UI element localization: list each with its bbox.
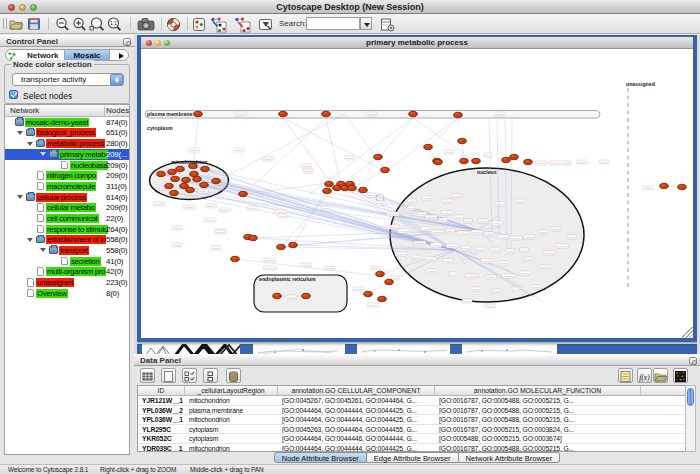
zoom-selected-icon[interactable] [89,17,105,32]
node-label-box [484,153,493,157]
scrollbar-thumb[interactable] [687,388,694,406]
network-window-close-button[interactable] [146,40,152,46]
zoom-in-icon[interactable] [72,17,87,32]
zoom-out-icon[interactable] [55,17,70,32]
help-lifering-icon[interactable] [166,17,181,32]
expand-arrow-icon[interactable] [27,238,33,242]
toolbar-drag-handle[interactable] [3,18,7,29]
create-network-icon[interactable] [210,17,227,33]
zoom-one-to-one-icon[interactable]: 1:1 [106,17,122,32]
tree-row[interactable]: multi-organism pro42(0) [5,267,129,278]
tree-row-count: 558(0) [106,235,127,244]
tree-row[interactable]: transport558(0) [5,245,129,256]
node-label-box [301,263,312,267]
window-minimize-button[interactable] [19,4,26,11]
table-cell[interactable]: mitochondrion [189,444,276,452]
control-panel-float-icon[interactable] [123,38,131,46]
node-highlight [375,155,379,157]
open-session-icon[interactable] [9,17,23,31]
node-label-box [462,299,472,303]
tree-row[interactable]: unassigned223(0) [5,277,129,288]
node-color-dropdown[interactable]: transporter activity [12,73,124,86]
annotation-icon[interactable] [258,17,273,32]
destroy-network-icon[interactable] [234,17,251,33]
expand-arrow-icon[interactable] [40,248,46,252]
expand-arrow-icon[interactable] [40,152,46,156]
tree-row[interactable]: cellular process614(0) [5,192,129,203]
tree-row[interactable]: primary metabo209(... [5,149,129,160]
tab-edge-attribute-browser[interactable]: Edge Attribute Browser [367,452,459,463]
attribute-table-scrollbar[interactable] [685,385,696,452]
tree-row[interactable]: cellular metabo209(0) [5,203,129,214]
tree-row[interactable]: Overview8(0) [5,288,129,299]
tree-row[interactable]: nucleobase-209(0) [5,160,129,171]
window-resize-grip[interactable] [682,327,693,338]
attribute-grid-icon[interactable] [140,368,155,383]
node-label-box [524,235,535,239]
tab-network-attribute-browser[interactable]: Network Attribute Browser [459,452,561,463]
select-nodes-checkbox[interactable] [9,90,18,99]
tree-row[interactable]: cell communicat22(0) [5,213,129,224]
formula-builder-icon[interactable]: f(x) [637,368,652,383]
node-label-box [444,150,454,154]
table-cell[interactable]: YDR039C__1 [142,444,183,452]
data-panel-float-icon[interactable] [689,357,697,365]
node-label-box [464,219,473,223]
tree-row[interactable]: establishment of lo558(0) [5,235,129,246]
window-zoom-button[interactable] [30,4,37,11]
network-window-zoom-button[interactable] [164,40,170,46]
delete-attribute-icon[interactable] [226,368,241,383]
tab-mosaic[interactable]: Mosaic [64,50,110,60]
attribute-editor-icon[interactable] [618,368,633,383]
select-attributes-icon[interactable] [182,368,197,383]
import-table-icon[interactable] [380,17,395,32]
table-cell[interactable]: [GO:0044464, GO:0044444, GO:0044425, G..… [282,444,433,452]
table-cell[interactable]: [GO:0016787, GO:0005488, GO:0005215, G..… [439,444,639,452]
save-session-icon[interactable] [27,17,41,31]
new-attribute-icon[interactable] [161,368,176,383]
tree-row[interactable]: macromolecule311(0) [5,181,129,192]
node-label-box [345,156,355,160]
tree-row[interactable]: nitrogen compo209(0) [5,170,129,181]
tab-node-attribute-browser[interactable]: Node Attribute Browser [274,452,367,463]
node-highlight [324,189,328,191]
tree-row[interactable]: secretion41(0) [5,256,129,267]
compartment-label: nucleus [477,169,497,175]
expand-arrow-icon[interactable] [17,131,23,135]
node-label-box [303,169,313,173]
attribute-list-icon[interactable] [203,368,218,383]
node-label-box [643,186,654,190]
search-input[interactable] [306,17,360,30]
node-label-box [234,148,244,152]
network-window-titlebar[interactable]: primary metabolic process [141,37,693,49]
node-highlight [158,172,162,174]
node-label-box [422,196,431,200]
tree-row[interactable]: response to stimulu264(0) [5,224,129,235]
search-dropdown-button[interactable] [360,17,372,30]
import-attributes-icon[interactable] [653,368,668,383]
table-column-header[interactable]: _cellularLayoutRegion [185,386,278,395]
table-column-header[interactable]: annotation.GO MOLECULAR_FUNCTION [435,386,641,395]
window-close-button[interactable] [8,4,15,11]
node-label-box [533,285,542,289]
attribute-table[interactable]: ID_cellularLayoutRegionannotation.GO CEL… [137,385,688,452]
tree-row-count: 209(0) [106,203,127,212]
node-label-box [426,257,437,261]
table-column-header[interactable]: ID [138,386,185,395]
network-canvas[interactable]: plasma membranemitochondrionnucleusendop… [141,49,693,336]
expand-arrow-icon[interactable] [17,195,23,199]
heatmap-icon[interactable] [673,368,688,383]
tree-row[interactable]: mosaic-demo-yeast874(0) [5,117,129,128]
node-highlight [382,168,386,170]
network-window-minimize-button[interactable] [155,40,161,46]
node-label-box [236,112,247,116]
expand-arrow-icon[interactable] [27,142,33,146]
tree-row[interactable]: metabolic process280(0) [5,138,129,149]
snapshot-camera-icon[interactable] [137,17,155,32]
main-toolbar: 1:1 Search [0,14,700,34]
tab-overflow-arrow-icon[interactable] [119,53,124,59]
table-column-header[interactable]: annotation.GO CELLULAR_COMPONENT [278,386,435,395]
vizmapper-icon[interactable] [192,17,206,32]
tree-row[interactable]: biological_process651(0) [5,128,129,139]
tab-network[interactable]: Network [16,50,59,60]
